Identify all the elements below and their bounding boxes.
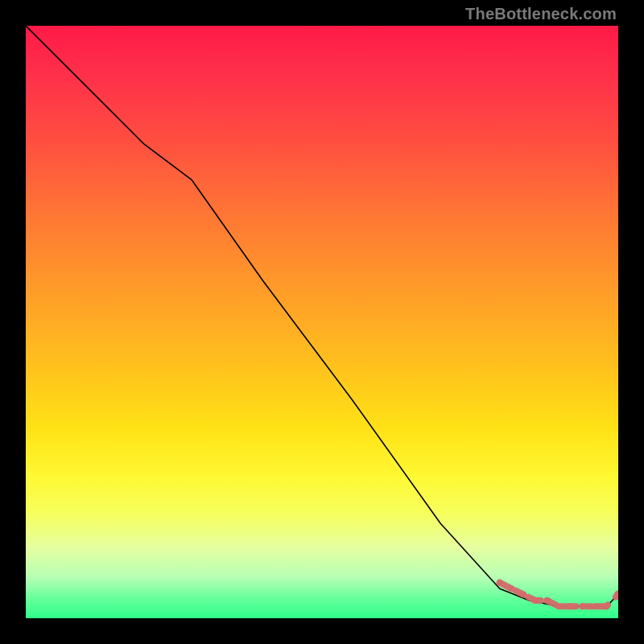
cluster-dot bbox=[497, 580, 503, 586]
bottom-cluster-chain bbox=[500, 583, 618, 607]
watermark-text: TheBottleneck.com bbox=[465, 5, 617, 23]
cluster-dot bbox=[580, 603, 586, 609]
cluster-dot bbox=[532, 597, 539, 604]
curve-layer bbox=[26, 26, 618, 618]
bottleneck-curve bbox=[26, 26, 618, 606]
cluster-dot bbox=[592, 603, 598, 609]
cluster-dot bbox=[544, 597, 551, 604]
cluster-dot bbox=[555, 603, 562, 609]
gradient-plot-area bbox=[26, 26, 618, 618]
cluster-dot bbox=[520, 592, 526, 598]
chart-frame: TheBottleneck.com bbox=[0, 0, 644, 644]
cluster-dot bbox=[568, 603, 574, 609]
cluster-dot bbox=[603, 603, 609, 609]
cluster-dot bbox=[509, 585, 515, 592]
